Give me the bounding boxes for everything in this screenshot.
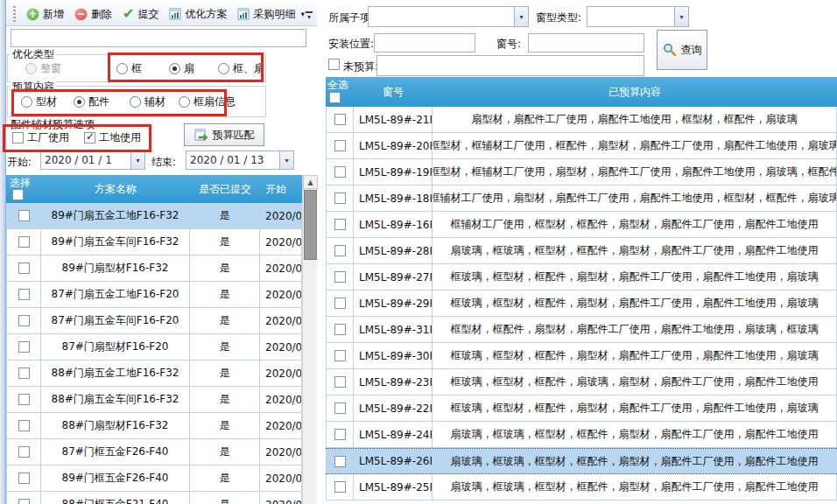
row-checkbox[interactable] bbox=[334, 140, 346, 151]
radio-button[interactable] bbox=[74, 96, 85, 108]
row-checkbox[interactable] bbox=[334, 192, 346, 204]
select-all-checkbox[interactable] bbox=[329, 92, 341, 103]
submit-button[interactable]: ✔ 提交 bbox=[117, 5, 164, 24]
install-position-input[interactable] bbox=[374, 33, 475, 52]
plan-table-row[interactable]: 89#门扇五金车间F16-F32是2020/0 bbox=[6, 229, 302, 256]
window-table-row[interactable]: LM5L-89#-20F18框型材，框辅材工厂使用，框配件，扇型材，扇配件工厂使… bbox=[326, 133, 837, 159]
window-table-row[interactable]: LM5L-89#-30F28框玻璃，框型材，框配件，扇型材，扇配件工厂使用，扇配… bbox=[326, 343, 837, 369]
scroll-up-arrow-icon[interactable]: ▲ bbox=[303, 175, 318, 189]
window-table-row[interactable]: LM5L-89#-18F16框辅材工厂使用，扇型材，扇配件工厂使用，扇配件工地使… bbox=[326, 186, 837, 212]
plan-table-row[interactable]: 88#门框五金F21-F40是2020/0 bbox=[6, 492, 302, 504]
chevron-down-icon[interactable]: ▾ bbox=[279, 151, 293, 169]
window-table-row[interactable]: LM5L-89#-22F20框玻璃，框型材，框配件，扇型材，扇配件工厂使用，扇配… bbox=[326, 396, 837, 422]
radio-button[interactable] bbox=[179, 96, 190, 108]
row-checkbox[interactable] bbox=[334, 219, 346, 230]
query-button[interactable]: 查询 bbox=[657, 30, 707, 70]
row-checkbox[interactable] bbox=[334, 245, 346, 256]
plan-table-row[interactable]: 87#门扇五金车间F16-F20是2020/0 bbox=[6, 308, 302, 334]
date-end-picker[interactable]: 2020 / 01 / 13 ▾ bbox=[186, 150, 294, 170]
radio-button[interactable] bbox=[169, 63, 180, 74]
row-checkbox[interactable] bbox=[334, 271, 346, 283]
optimize-plan-button[interactable]: 优化方案 bbox=[164, 5, 232, 24]
row-checkbox[interactable] bbox=[334, 376, 346, 388]
window-table-row[interactable]: LM5L-89#-19F17框型材，框辅材工厂使用，扇型材，扇配件工厂使用，扇配… bbox=[326, 159, 837, 186]
window-table-row[interactable]: LM5L-89#-28F26扇玻璃，框玻璃，框型材，框配件，扇型材，扇配件工厂使… bbox=[326, 238, 837, 264]
window-table-row[interactable]: LM5L-89#-16F15框辅材工厂使用，框型材，框配件，扇型材，扇配件工厂使… bbox=[326, 212, 837, 238]
radio-button[interactable] bbox=[21, 96, 32, 108]
chevron-down-icon[interactable]: ▾ bbox=[674, 7, 688, 26]
row-checkbox[interactable] bbox=[18, 368, 30, 379]
row-checkbox[interactable] bbox=[334, 298, 346, 309]
delete-button[interactable]: − 删除 bbox=[69, 5, 117, 24]
row-checkbox[interactable] bbox=[334, 456, 346, 467]
plan-table-row[interactable]: 87#门框五金F26-F40是2020/0 bbox=[6, 439, 302, 466]
plan-table-row[interactable]: 88#门扇型材F16-F32是2020/0 bbox=[6, 413, 302, 439]
start-column-header[interactable]: 开始 bbox=[260, 182, 302, 197]
window-type-select[interactable]: ▾ bbox=[587, 6, 689, 27]
row-checkbox[interactable] bbox=[334, 350, 346, 361]
radio-option-配件[interactable]: 配件 bbox=[74, 94, 109, 109]
window-table-row[interactable]: LM5L-89#-24F22扇玻璃，框玻璃，框型材，框配件，扇型材，扇配件工厂使… bbox=[326, 422, 837, 448]
row-checkbox[interactable] bbox=[18, 394, 30, 405]
plan-filter-input[interactable] bbox=[11, 29, 306, 47]
plan-table-row[interactable]: 88#门扇五金车间F16-F32是2020/0 bbox=[6, 387, 302, 413]
row-checkbox[interactable] bbox=[18, 236, 30, 248]
docked-panel-edge[interactable] bbox=[0, 0, 6, 504]
checkbox[interactable] bbox=[12, 132, 24, 144]
row-checkbox[interactable] bbox=[18, 289, 30, 300]
toolbar-overflow-button[interactable]: ▾ bbox=[303, 10, 315, 24]
window-table-row[interactable]: LM5L-89#-25F23扇玻璃，框玻璃，框型材，框配件，扇型材，扇配件工厂使… bbox=[326, 474, 837, 500]
plan-table-row[interactable]: 89#门扇五金工地F16-F32是2020/0 bbox=[6, 203, 302, 229]
row-checkbox[interactable] bbox=[334, 114, 346, 125]
row-checkbox[interactable] bbox=[334, 324, 346, 335]
window-table-row[interactable]: LM5L-89#-26F24扇玻璃，框玻璃，框型材，框配件，扇型材，扇配件工厂使… bbox=[326, 448, 837, 474]
checkbox[interactable] bbox=[84, 132, 95, 144]
no-budget-checkbox[interactable] bbox=[328, 59, 340, 70]
row-checkbox[interactable] bbox=[18, 262, 30, 274]
row-checkbox[interactable] bbox=[18, 420, 30, 431]
radio-button[interactable] bbox=[116, 63, 128, 74]
chevron-down-icon[interactable]: ▾ bbox=[130, 151, 144, 169]
window-table-row[interactable]: LM5L-89#-31F29框型材，框配件，扇型材，扇配件工厂使用，扇配件工地使… bbox=[326, 317, 837, 343]
radio-option-框、扇[interactable]: 框、扇 bbox=[218, 61, 264, 76]
radio-option-型材[interactable]: 型材 bbox=[21, 94, 57, 109]
plan-table-scrollbar[interactable]: ▲ bbox=[302, 175, 317, 504]
plan-table-row[interactable]: 87#门扇型材F16-F20是2020/0 bbox=[6, 334, 302, 360]
budget-match-button[interactable]: 预算匹配 bbox=[184, 123, 264, 146]
plan-table-row[interactable]: 87#门扇五金工地F16-F20是2020/0 bbox=[6, 282, 302, 308]
plan-table-row[interactable]: 88#门扇五金工地F16-F32是2020/0 bbox=[6, 360, 302, 387]
purchase-detail-button[interactable]: 采购明细 ▾ bbox=[232, 5, 310, 24]
checkbox-option-工厂使用[interactable]: 工厂使用 bbox=[12, 130, 69, 145]
plan-table-row[interactable]: 89#门扇型材F16-F32是2020/0 bbox=[6, 256, 302, 282]
submitted-column-header[interactable]: 是否已提交 bbox=[190, 182, 260, 197]
date-start-picker[interactable]: 2020 / 01 / 1 ▾ bbox=[40, 150, 145, 170]
radio-option-辅材[interactable]: 辅材 bbox=[130, 94, 165, 109]
row-checkbox[interactable] bbox=[18, 446, 30, 458]
row-checkbox[interactable] bbox=[18, 210, 30, 221]
radio-button[interactable] bbox=[218, 63, 229, 74]
row-checkbox[interactable] bbox=[18, 341, 30, 353]
no-budget-input[interactable] bbox=[376, 55, 644, 76]
window-table-row[interactable]: LM5L-89#-21F19扇型材，扇配件工厂使用，扇配件工地使用，框型材，框配… bbox=[326, 107, 837, 133]
row-checkbox[interactable] bbox=[18, 472, 30, 484]
radio-option-框[interactable]: 框 bbox=[116, 61, 142, 76]
scrollbar-thumb[interactable] bbox=[304, 190, 317, 260]
budgeted-content-column-header[interactable]: 已预算内容 bbox=[433, 85, 837, 100]
sub-item-select[interactable]: ▾ bbox=[368, 6, 529, 27]
row-checkbox[interactable] bbox=[334, 402, 346, 414]
plan-table-row[interactable]: 89#门框五金F26-F40是2020/0 bbox=[6, 466, 302, 492]
window-table-row[interactable]: LM5L-89#-23F21框玻璃，框型材，框配件，扇玻璃，扇型材，扇配件工厂使… bbox=[326, 369, 837, 396]
plan-name-column-header[interactable]: 方案名称 bbox=[41, 182, 190, 197]
window-no-input[interactable] bbox=[528, 33, 644, 52]
row-checkbox[interactable] bbox=[334, 481, 346, 493]
chevron-down-icon[interactable]: ▾ bbox=[514, 7, 528, 26]
window-table-row[interactable]: LM5L-89#-29F27框玻璃，框型材，框配件，扇型材，扇配件工厂使用，扇配… bbox=[326, 290, 837, 317]
window-table-row[interactable]: LM5L-89#-27F25框玻璃，框型材，框配件，扇型材，扇配件工厂使用，扇配… bbox=[326, 264, 837, 290]
row-checkbox[interactable] bbox=[334, 429, 346, 440]
radio-button[interactable] bbox=[130, 96, 141, 108]
toolbar-grip[interactable] bbox=[13, 6, 16, 22]
radio-option-框扇信息[interactable]: 框扇信息 bbox=[179, 94, 236, 109]
window-no-column-header[interactable]: 窗号 bbox=[354, 85, 433, 100]
row-checkbox[interactable] bbox=[18, 499, 30, 504]
row-checkbox[interactable] bbox=[18, 315, 30, 326]
